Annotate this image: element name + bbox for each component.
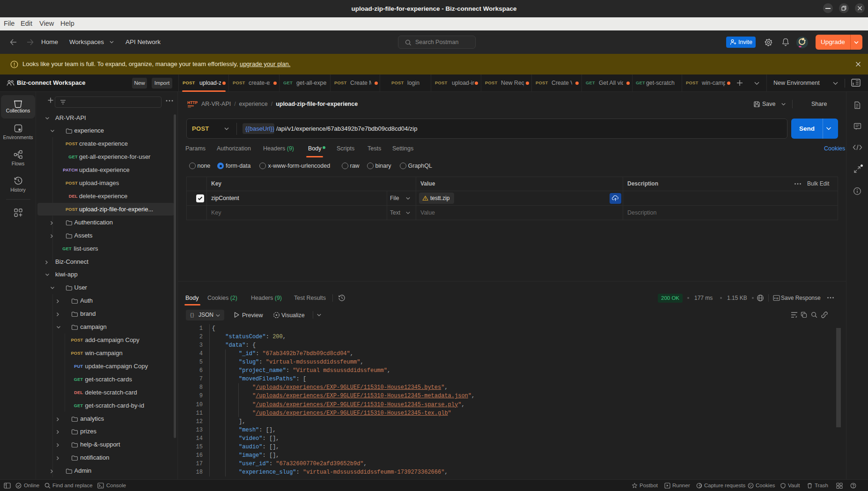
svg-text:e.g.: e.g.	[774, 297, 779, 299]
svg-text:HTTP: HTTP	[187, 100, 198, 105]
